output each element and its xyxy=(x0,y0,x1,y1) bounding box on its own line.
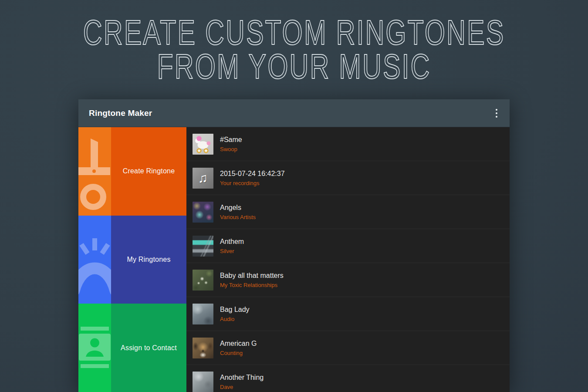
song-artist: Silver xyxy=(220,248,244,254)
album-art-portrait-blur xyxy=(193,372,213,392)
song-title: #Same xyxy=(220,136,242,144)
album-art-unicorn-toy xyxy=(193,134,213,155)
song-title: American G xyxy=(220,340,257,348)
app-window: Ringtone Maker Create Ringtone My Ringto… xyxy=(78,99,510,392)
song-row[interactable]: Anthem Silver xyxy=(186,229,510,263)
ringing-phone-icon xyxy=(78,216,111,304)
song-row[interactable]: ♫ 2015-07-24 16:42:37 Your recordings xyxy=(186,161,510,195)
song-row[interactable]: Baby all that matters My Toxic Relations… xyxy=(186,263,510,297)
album-art-music-note: ♫ xyxy=(193,168,213,189)
song-title: 2015-07-24 16:42:37 xyxy=(220,170,285,178)
song-row[interactable]: American G Counting xyxy=(186,331,510,365)
music-note-icon: ♫ xyxy=(198,172,208,185)
sidebar-icon-strip xyxy=(78,216,111,304)
sidebar-item-label: My Ringtones xyxy=(111,216,186,304)
app-title: Ringtone Maker xyxy=(89,108,152,118)
song-row[interactable]: #Same Swoop xyxy=(186,127,510,161)
page-background: { "hero": { "line1": "CREATE CUSTOM RING… xyxy=(0,0,588,392)
song-artist: Swoop xyxy=(220,146,242,152)
sidebar-item-label: Assign to Contact xyxy=(111,304,186,392)
hero-heading: CREATE CUSTOM RINGTONES FROM YOUR MUSIC xyxy=(0,16,588,84)
album-art-foliage xyxy=(193,270,213,291)
app-header: Ringtone Maker xyxy=(78,99,510,127)
song-artist: Your recordings xyxy=(220,180,285,186)
song-title: Anthem xyxy=(220,238,244,246)
song-title: Bag Lady xyxy=(220,306,250,314)
song-artist: My Toxic Relationships xyxy=(220,282,284,288)
sidebar-item-assign-to-contact[interactable]: Assign to Contact xyxy=(78,304,186,392)
song-row[interactable]: Another Thing Dave xyxy=(186,365,510,392)
song-row[interactable]: Bag Lady Audio xyxy=(186,297,510,331)
album-art-psychedelic xyxy=(193,202,213,223)
hero-line-1: CREATE CUSTOM RINGTONES xyxy=(71,16,517,50)
song-title: Angels xyxy=(220,204,256,212)
song-artist: Audio xyxy=(220,316,250,322)
song-artist: Various Artists xyxy=(220,214,256,220)
sidebar: Create Ringtone My Ringtones Assign t xyxy=(78,127,186,392)
song-artist: Dave xyxy=(220,384,264,390)
app-body: Create Ringtone My Ringtones Assign t xyxy=(78,127,510,392)
hero-line-2: FROM YOUR MUSIC xyxy=(71,50,517,84)
contact-card-icon xyxy=(78,304,111,392)
sidebar-item-my-ringtones[interactable]: My Ringtones xyxy=(78,216,186,304)
scissors-icon xyxy=(78,127,111,216)
kebab-menu-icon[interactable] xyxy=(494,106,499,120)
song-title: Another Thing xyxy=(220,374,264,382)
album-art-piano-teal xyxy=(193,236,213,257)
song-artist: Counting xyxy=(220,350,257,356)
album-art-boxer-dog xyxy=(193,338,213,358)
sidebar-item-label: Create Ringtone xyxy=(111,127,186,216)
album-art-grey-blur xyxy=(193,304,213,324)
song-row[interactable]: Angels Various Artists xyxy=(186,195,510,229)
sidebar-icon-strip xyxy=(78,127,111,216)
song-list: #Same Swoop ♫ 2015-07-24 16:42:37 Your r… xyxy=(186,127,510,392)
song-title: Baby all that matters xyxy=(220,272,284,280)
sidebar-icon-strip xyxy=(78,304,111,392)
sidebar-item-create-ringtone[interactable]: Create Ringtone xyxy=(78,127,186,216)
